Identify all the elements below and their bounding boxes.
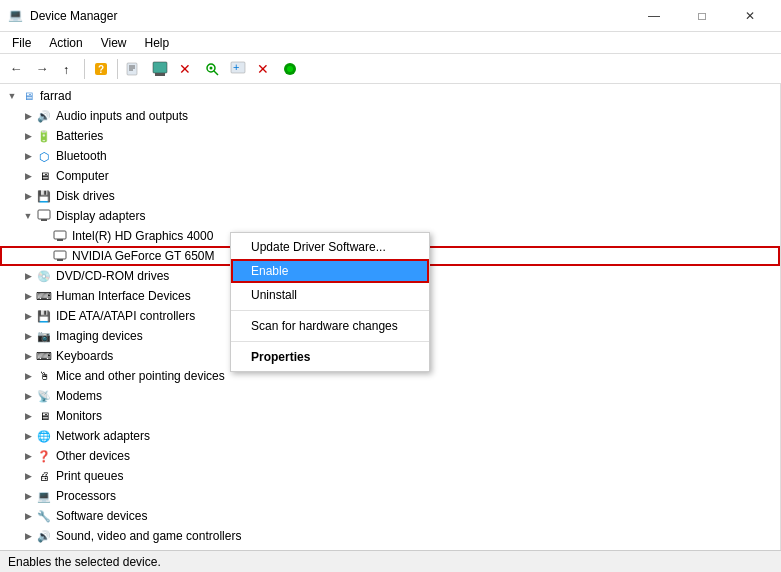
audio-icon: 🔊 [36,108,52,124]
status-bar: Enables the selected device. [0,550,781,572]
expand-monitors[interactable]: ▶ [20,408,36,424]
computer-icon: 🖥 [36,168,52,184]
other-icon: ❓ [36,448,52,464]
svg-text:✕: ✕ [257,61,269,77]
close-button[interactable]: ✕ [727,0,773,32]
intel-label: Intel(R) HD Graphics 4000 [72,229,213,243]
minimize-button[interactable]: — [631,0,677,32]
ide-label: IDE ATA/ATAPI controllers [56,309,195,323]
ctx-uninstall-label: Uninstall [251,288,297,302]
uninstall-button[interactable]: ✕ [174,57,198,81]
update-driver-button[interactable] [148,57,172,81]
up-button[interactable]: ↑ [56,57,80,81]
tree-item-sound[interactable]: ▶ 🔊 Sound, video and game controllers [0,526,780,546]
expand-print[interactable]: ▶ [20,468,36,484]
expand-keyboards[interactable]: ▶ [20,348,36,364]
ctx-separator-2 [231,341,429,342]
help-toolbar-button[interactable]: ? [89,57,113,81]
monitors-icon: 🖥 [36,408,52,424]
print-label: Print queues [56,469,123,483]
ctx-uninstall[interactable]: Uninstall [231,283,429,307]
expand-imaging[interactable]: ▶ [20,328,36,344]
dvd-icon: 💿 [36,268,52,284]
network-icon: 🌐 [36,428,52,444]
maximize-button[interactable]: □ [679,0,725,32]
ctx-scan-label: Scan for hardware changes [251,319,398,333]
tree-view[interactable]: ▼ 🖥 farrad ▶ 🔊 Audio inputs and outputs … [0,84,781,550]
tree-item-modems[interactable]: ▶ 📡 Modems [0,386,780,406]
expand-modems[interactable]: ▶ [20,388,36,404]
scan-hardware-button[interactable] [200,57,224,81]
menu-file[interactable]: File [4,34,39,52]
svg-rect-9 [155,73,165,76]
software-icon: 🔧 [36,508,52,524]
tree-item-processors[interactable]: ▶ 💻 Processors [0,486,780,506]
tree-item-monitors[interactable]: ▶ 🖥 Monitors [0,406,780,426]
storage-label: Storage controllers [56,549,157,550]
computer-label: Computer [56,169,109,183]
ctx-properties[interactable]: Properties [231,345,429,369]
expand-network[interactable]: ▶ [20,428,36,444]
expand-mice[interactable]: ▶ [20,368,36,384]
tree-item-storage[interactable]: ▶ 💾 Storage controllers [0,546,780,550]
expand-computer[interactable]: ▶ [20,168,36,184]
tree-item-bluetooth[interactable]: ▶ ⬡ Bluetooth [0,146,780,166]
menu-view[interactable]: View [93,34,135,52]
menu-action[interactable]: Action [41,34,90,52]
tree-item-software[interactable]: ▶ 🔧 Software devices [0,506,780,526]
expand-other[interactable]: ▶ [20,448,36,464]
mice-icon: 🖱 [36,368,52,384]
tree-item-other[interactable]: ▶ ❓ Other devices [0,446,780,466]
tree-item-print[interactable]: ▶ 🖨 Print queues [0,466,780,486]
processors-icon: 💻 [36,488,52,504]
view-properties-button[interactable] [122,57,146,81]
ctx-scan[interactable]: Scan for hardware changes [231,314,429,338]
svg-text:✕: ✕ [179,61,191,77]
expand-bluetooth[interactable]: ▶ [20,148,36,164]
expand-disk[interactable]: ▶ [20,188,36,204]
svg-rect-4 [127,63,137,75]
expand-storage[interactable]: ▶ [20,548,36,550]
svg-rect-21 [41,219,47,221]
tree-item-audio[interactable]: ▶ 🔊 Audio inputs and outputs [0,106,780,126]
expand-software[interactable]: ▶ [20,508,36,524]
svg-text:↑: ↑ [63,63,69,76]
ctx-enable[interactable]: Enable [231,259,429,283]
display-label: Display adapters [56,209,145,223]
expand-dvd[interactable]: ▶ [20,268,36,284]
expand-processors[interactable]: ▶ [20,488,36,504]
enable-device-button[interactable] [278,57,302,81]
tree-item-computer[interactable]: ▶ 🖥 Computer [0,166,780,186]
svg-point-18 [287,66,293,72]
tree-item-display[interactable]: ▼ Display adapters [0,206,780,226]
modems-icon: 📡 [36,388,52,404]
main-area: ▼ 🖥 farrad ▶ 🔊 Audio inputs and outputs … [0,84,781,550]
back-button[interactable]: ← [4,57,28,81]
expand-root[interactable]: ▼ [4,88,20,104]
expand-batteries[interactable]: ▶ [20,128,36,144]
expand-sound[interactable]: ▶ [20,528,36,544]
expand-hid[interactable]: ▶ [20,288,36,304]
batteries-icon: 🔋 [36,128,52,144]
print-icon: 🖨 [36,468,52,484]
expand-display[interactable]: ▼ [20,208,36,224]
tree-item-batteries[interactable]: ▶ 🔋 Batteries [0,126,780,146]
remove-device-button[interactable]: ✕ [252,57,276,81]
menu-help[interactable]: Help [137,34,178,52]
ctx-properties-label: Properties [251,350,310,364]
svg-rect-20 [38,210,50,219]
expand-audio[interactable]: ▶ [20,108,36,124]
tree-item-network[interactable]: ▶ 🌐 Network adapters [0,426,780,446]
svg-rect-22 [54,231,66,239]
tree-item-disk[interactable]: ▶ 💾 Disk drives [0,186,780,206]
bluetooth-icon: ⬡ [36,148,52,164]
ide-icon: 💾 [36,308,52,324]
imaging-icon: 📷 [36,328,52,344]
add-legacy-button[interactable]: + [226,57,250,81]
tree-root[interactable]: ▼ 🖥 farrad [0,86,780,106]
svg-text:+: + [233,61,239,73]
expand-ide[interactable]: ▶ [20,308,36,324]
ctx-update-driver[interactable]: Update Driver Software... [231,235,429,259]
svg-rect-8 [153,62,167,73]
forward-button[interactable]: → [30,57,54,81]
